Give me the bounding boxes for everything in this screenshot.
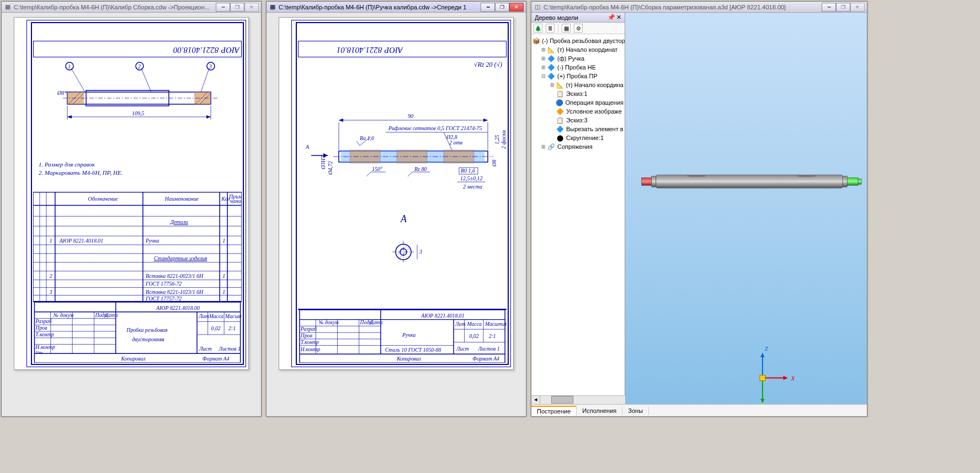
min-button[interactable]: ━ — [822, 3, 836, 12]
svg-text:двусторонняя: двусторонняя — [132, 336, 164, 342]
expand-icon[interactable]: ⊟ — [540, 73, 547, 79]
svg-text:90: 90 — [408, 113, 413, 119]
svg-text:Вставка 8221-0023/1 6Н: Вставка 8221-0023/1 6Н — [146, 273, 204, 279]
tree-item[interactable]: 🔷Вырезать элемент в — [532, 125, 624, 133]
tree-node-label: Условное изображе — [566, 108, 622, 115]
tree-item[interactable]: ⊞🔗Сопряжения — [532, 142, 624, 151]
expand-icon[interactable]: ⊞ — [549, 82, 556, 88]
tree-item[interactable]: ⊞📐(т) Начало координат — [532, 45, 624, 54]
svg-text:Стандартные изделия: Стандартные изделия — [154, 255, 207, 261]
note2: 2. Маркировать М4-6Н, ПР, НЕ. — [39, 169, 122, 176]
tree-node-icon: 🔶 — [556, 108, 564, 115]
titlebar-w1[interactable]: ▦ C:\temp\Калибр-пробка М4-6Н (П)\Калибр… — [2, 2, 261, 13]
doc-icon: ▦ — [4, 3, 12, 11]
svg-text:Ø4,72: Ø4,72 — [327, 161, 333, 175]
expand-icon[interactable]: ⊞ — [540, 64, 547, 70]
tree-header[interactable]: Дерево модели 📌 ✕ — [531, 13, 625, 23]
tab-zones[interactable]: Зоны — [622, 406, 649, 415]
tree-item[interactable]: ⬤Скругление:1 — [532, 133, 624, 142]
tree-item[interactable]: ⊞📐(т) Начало координа — [532, 80, 624, 89]
svg-text:АЮР 8221.4018.00: АЮР 8221.4018.00 — [156, 305, 200, 311]
svg-text:чание: чание — [230, 198, 242, 204]
titleblock-w1: АЮР 8221.4018.00 № докумПодпДата Разраб … — [33, 301, 242, 363]
min-button[interactable]: ━ — [481, 3, 495, 12]
tree-item[interactable]: 🔶Условное изображе — [532, 107, 624, 116]
svg-point-179 — [686, 175, 706, 177]
close-button[interactable]: ✕ — [244, 3, 259, 12]
tree-body[interactable]: 📦(-) Пробка резьбовая двустор⊞📐(т) Начал… — [531, 34, 625, 401]
expand-icon[interactable]: ⊞ — [540, 47, 547, 52]
svg-text:Лист: Лист — [456, 346, 469, 352]
svg-text:Пров: Пров — [35, 325, 47, 331]
svg-text:А: А — [305, 144, 310, 150]
tree-item[interactable]: 📋Эскиз:1 — [532, 89, 624, 98]
svg-text:Кол: Кол — [221, 196, 230, 202]
doc-area-w2[interactable]: АЮР 8221.4018.01 √Rz 20 (√) А — [267, 13, 526, 416]
doc-icon: ▦ — [269, 3, 276, 11]
sheet-w1: АЮР 8221.4018.00 1 2 3 — [14, 17, 249, 370]
tree-btn-2[interactable]: ≣ — [546, 24, 555, 33]
tab-build[interactable]: Построение — [531, 406, 577, 416]
max-button[interactable]: ❐ — [836, 3, 850, 12]
close-button[interactable]: ✕ — [850, 3, 865, 12]
svg-text:Масса: Масса — [467, 321, 482, 327]
doc-area-w1[interactable]: АЮР 8221.4018.00 1 2 3 — [2, 13, 261, 416]
tree-node-icon: 📐 — [556, 81, 564, 89]
tree-item[interactable]: ⊞🔷(ф) Ручка — [532, 54, 624, 63]
tree-node-label: Эскиз:3 — [566, 117, 588, 123]
max-button[interactable]: ❐ — [495, 3, 509, 12]
svg-text:12,5±0,12: 12,5±0,12 — [460, 175, 483, 181]
svg-text:Ø8*: Ø8* — [57, 90, 67, 96]
min-button[interactable]: ━ — [216, 3, 230, 12]
tree-node-label: (-) Пробка резьбовая двустор — [542, 37, 625, 44]
svg-text:Разраб: Разраб — [300, 326, 317, 332]
svg-text:Ручка: Ручка — [145, 238, 159, 244]
tree-node-icon: 🔵 — [555, 99, 563, 106]
statusbar-w3: Построение Исполнения Зоны — [531, 404, 867, 416]
svg-text:Лист: Лист — [199, 346, 212, 352]
title-w3: C:\temp\Калибр-пробка М4-6Н (П)\Сборка п… — [544, 4, 822, 10]
svg-text:2 места: 2 места — [463, 184, 482, 190]
close-button[interactable]: ✕ — [509, 3, 524, 12]
window-drawing-assembly: ▦ C:\temp\Калибр-пробка М4-6Н (П)\Калибр… — [1, 1, 262, 417]
svg-text:Рифление сетчатое 0,5 ГОСТ 214: Рифление сетчатое 0,5 ГОСТ 21474-75 — [388, 125, 482, 131]
tree-btn-4[interactable]: ⚙ — [574, 24, 583, 33]
note1: 1. Размер для справок — [39, 161, 95, 168]
tree-node-label: Эскиз:1 — [566, 90, 588, 97]
svg-text:2 фаски: 2 фаски — [500, 130, 507, 149]
svg-text:Детали: Детали — [170, 219, 188, 225]
tree-node-label: Сопряжения — [557, 143, 593, 150]
svg-text:Листов   1: Листов 1 — [218, 346, 241, 352]
titlebar-w2[interactable]: ▦ C:\temp\Калибр-пробка М4-6Н (П)\Ручка … — [267, 2, 526, 13]
svg-marker-112 — [483, 119, 488, 122]
tree-item[interactable]: 🔵Операция вращения — [532, 98, 624, 107]
svg-text:ГОСТ 17756-72: ГОСТ 17756-72 — [145, 281, 182, 287]
pin-icon[interactable]: 📌 — [608, 14, 615, 21]
svg-rect-193 — [760, 375, 765, 381]
tree-hscroll[interactable]: ◂ — [531, 395, 625, 404]
svg-marker-185 — [784, 376, 787, 380]
svg-text:Масштаб: Масштаб — [225, 313, 242, 319]
tree-item[interactable]: 📦(-) Пробка резьбовая двустор — [532, 36, 624, 45]
tree-item[interactable]: 📋Эскиз:3 — [532, 116, 624, 125]
max-button[interactable]: ❐ — [230, 3, 244, 12]
title-w2: C:\temp\Калибр-пробка М4-6Н (П)\Ручка ка… — [279, 4, 481, 10]
svg-text:109,5: 109,5 — [132, 110, 145, 116]
svg-text:Обозначение: Обозначение — [88, 196, 118, 202]
tree-node-icon: 📐 — [547, 46, 556, 53]
svg-text:Т.контр: Т.контр — [301, 339, 319, 345]
top-strip — [33, 41, 242, 57]
tree-btn-1[interactable]: 🌲 — [534, 24, 542, 33]
expand-icon[interactable]: ⊞ — [540, 56, 547, 61]
tree-item[interactable]: ⊞🔷(-) Пробка НЕ — [532, 63, 624, 72]
tab-exec[interactable]: Исполнения — [577, 406, 622, 415]
svg-text:1: 1 — [222, 273, 225, 279]
close-panel-icon[interactable]: ✕ — [616, 14, 621, 21]
titlebar-w3[interactable]: ◫ C:\temp\Калибр-пробка М4-6Н (П)\Сборка… — [531, 2, 867, 13]
svg-text:Ручка: Ручка — [402, 332, 416, 338]
tree-item[interactable]: ⊟🔷(+) Пробка ПР — [532, 72, 624, 80]
tree-btn-3[interactable]: ▦ — [562, 24, 571, 33]
viewport-3d[interactable]: X Y Z — [625, 13, 867, 404]
expand-icon[interactable]: ⊞ — [540, 144, 547, 149]
svg-text:АЮР 8221.4018.01: АЮР 8221.4018.01 — [59, 238, 104, 244]
